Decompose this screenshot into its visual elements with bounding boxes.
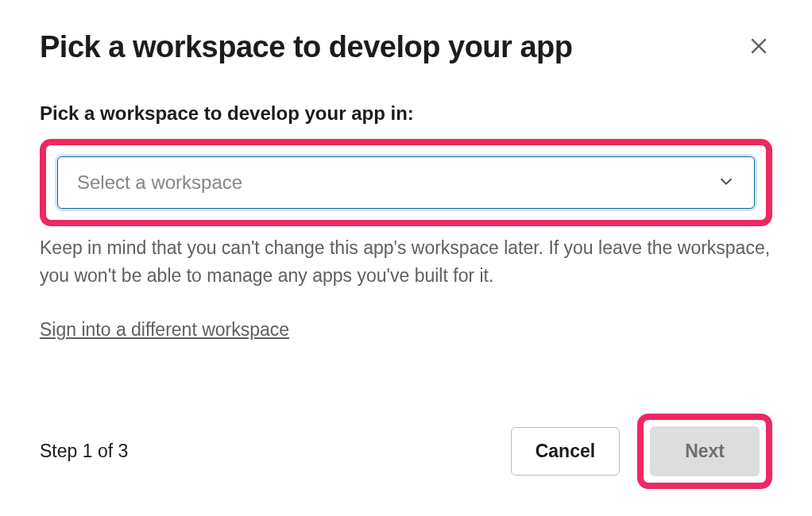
workspace-helper-text: Keep in mind that you can't change this …: [40, 234, 772, 289]
footer-buttons: Cancel Next: [511, 414, 772, 489]
signin-different-workspace-link[interactable]: Sign into a different workspace: [40, 319, 289, 341]
step-indicator: Step 1 of 3: [40, 441, 128, 462]
workspace-select-label: Pick a workspace to develop your app in:: [40, 102, 772, 125]
dialog-footer: Step 1 of 3 Cancel Next: [40, 414, 772, 489]
workspace-select-placeholder: Select a workspace: [77, 171, 717, 194]
dialog-title: Pick a workspace to develop your app: [40, 30, 572, 64]
chevron-down-icon: [717, 172, 735, 193]
next-button[interactable]: Next: [650, 426, 760, 476]
dialog-header: Pick a workspace to develop your app: [40, 30, 772, 64]
workspace-select[interactable]: Select a workspace: [57, 156, 755, 209]
cancel-button[interactable]: Cancel: [511, 427, 620, 476]
close-icon[interactable]: [745, 33, 772, 63]
workspace-select-highlight: Select a workspace: [40, 139, 772, 226]
next-button-highlight: Next: [637, 414, 772, 489]
